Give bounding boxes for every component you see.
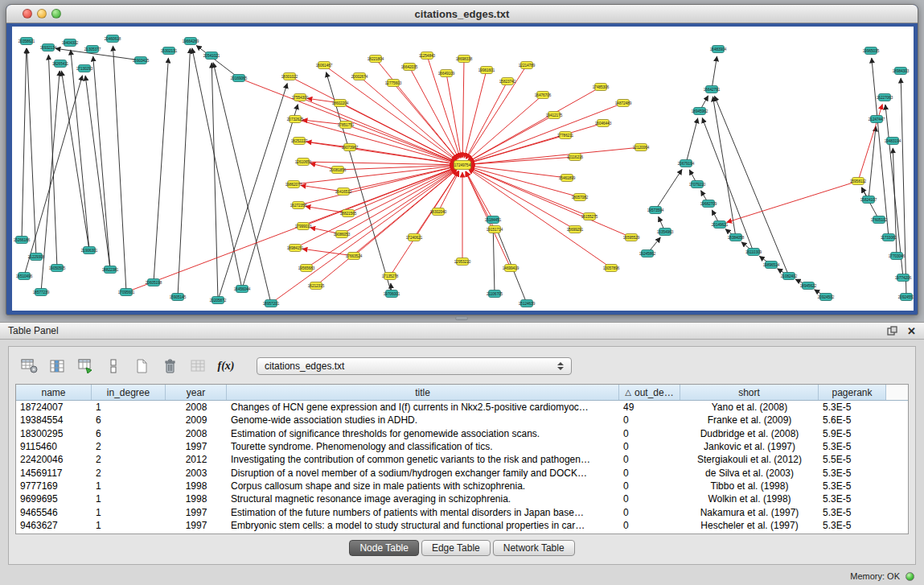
graph-node[interactable]: 16642035 [401,64,418,71]
close-panel-icon[interactable]: ✕ [907,326,916,336]
table-row[interactable]: 1456911722003Disruption of a novel membe… [16,466,908,479]
citation-network-graph[interactable]: 1724975418301022175543002073262518252227… [12,27,914,311]
graph-node[interactable]: 12775603 [385,80,402,87]
column-header-out_degree[interactable]: △out_de… [619,385,680,400]
network-window[interactable]: citations_edges.txt 17249754183010221755… [6,4,918,315]
column-header-pagerank[interactable]: pagerank [819,385,886,400]
graph-node[interactable]: 17663524 [346,253,363,260]
graph-node[interactable]: 19896514 [763,262,780,269]
zoom-window-button[interactable] [51,9,61,19]
graph-node[interactable]: 18302040 [430,208,447,216]
network-canvas[interactable]: 1724975418301022175543002073262518252227… [12,27,914,311]
graph-node[interactable]: 19565683 [298,265,315,272]
graph-node[interactable]: 16061467 [316,62,333,69]
select-columns-icon[interactable] [47,356,68,376]
graph-node[interactable]: 17079210 [689,181,706,188]
close-window-button[interactable] [23,9,32,19]
graph-node[interactable]: 15124639 [519,300,536,307]
table-row[interactable]: 1938455462009Genome-wide association stu… [16,414,908,426]
graph-node[interactable]: 19050505 [49,265,66,272]
graph-node[interactable]: 21906301 [81,247,98,254]
graph-node[interactable]: 17130293 [76,65,93,72]
graph-node[interactable]: 16456044 [234,286,251,293]
table-row[interactable]: 946554611997Estimation of the future num… [16,505,908,518]
graph-node[interactable]: 14872489 [615,100,632,107]
graph-node[interactable]: 21106705 [487,290,503,298]
graph-node[interactable]: 20679194 [678,160,695,167]
graph-node[interactable]: 21305377 [84,46,101,53]
network-window-titlebar[interactable]: citations_edges.txt [6,5,918,23]
graph-node[interactable]: 19862077 [285,181,302,188]
graph-node[interactable]: 13354963 [657,229,674,236]
graph-node[interactable]: 18821565 [340,210,357,217]
graph-node[interactable]: 19774206 [895,274,912,282]
import-table-icon[interactable] [75,356,96,376]
graph-node[interactable]: 18698338 [456,56,473,63]
graph-node[interactable]: 17249754 [454,161,471,170]
graph-node[interactable]: 14699419 [503,265,519,272]
graph-node[interactable]: 20081856 [330,167,347,174]
graph-node[interactable]: 15958112 [850,178,867,185]
graph-node[interactable]: 15699291 [567,226,584,233]
graph-node[interactable]: 18384058 [728,234,745,241]
graph-node[interactable]: 20002674 [351,73,368,80]
graph-node[interactable]: 18221804 [368,56,384,63]
table-row[interactable]: 946362711997Embryonic stem cells: a mode… [16,519,908,532]
column-header-in_degree[interactable]: in_degree [92,385,166,400]
graph-node[interactable]: 16476706 [535,92,552,99]
graph-node[interactable]: 19151714 [487,226,503,233]
graph-node[interactable]: 21229308 [28,253,45,261]
table-row[interactable]: 911546021997Tourette syndrome. Phenomeno… [16,440,908,453]
row-height-icon[interactable] [103,356,124,376]
graph-node[interactable]: 18602204 [332,100,349,107]
graph-node[interactable]: 19965035 [863,47,880,55]
graph-node[interactable]: 19412175 [546,112,563,119]
graph-node[interactable]: 15302131 [161,47,178,55]
table-row[interactable]: 969969511998Structural magnetic resonanc… [16,492,908,505]
graph-node[interactable]: 12214789 [519,62,536,69]
table-row[interactable]: 977716911998Corpus callosum shape and si… [16,480,908,492]
graph-node[interactable]: 17240621 [406,234,423,241]
graph-node[interactable]: 16212315 [308,282,325,290]
minimize-window-button[interactable] [37,9,47,19]
table-row[interactable]: 1872400712008Changes of HCN gene express… [16,401,908,414]
graph-node[interactable]: 15184451 [485,216,502,224]
graph-node[interactable]: 11733061 [881,234,897,241]
graph-node[interactable]: 16595529 [623,234,640,241]
graph-node[interactable]: 19664269 [183,38,199,45]
graph-node[interactable]: 17485306 [593,84,610,91]
graph-node[interactable]: 19483194 [885,138,901,145]
tab-node-table[interactable]: Node Table [349,540,419,556]
graph-node[interactable]: 19961601 [478,67,495,74]
column-header-year[interactable]: year [166,385,227,400]
graph-node[interactable]: 17554300 [292,94,309,101]
column-header-name[interactable]: name [16,385,92,400]
new-table-icon[interactable] [131,356,152,376]
graph-node[interactable]: 15823742 [499,78,516,85]
graph-node[interactable]: 15266186 [14,237,31,244]
function-builder-icon[interactable]: f(x) [216,356,236,376]
graph-node[interactable]: 20149621 [712,221,729,229]
graph-node[interactable]: 20605198 [146,279,162,286]
graph-node[interactable]: 16272358 [290,202,307,209]
graph-node[interactable]: 16110309 [745,249,762,256]
graph-node[interactable]: 20169065 [231,75,248,82]
graph-node[interactable]: 17605102 [871,216,888,224]
graph-node[interactable]: 20460618 [105,35,121,43]
graph-node[interactable]: 15824107 [860,196,877,204]
graph-node[interactable]: 16510496 [16,273,33,280]
graph-node[interactable]: 16649109 [438,70,455,77]
graph-node[interactable]: 17095601 [118,289,135,296]
graph-node[interactable]: 15461899 [559,175,576,182]
graph-node[interactable]: 18822381 [102,266,119,274]
graph-node[interactable]: 18984151 [287,245,304,252]
tab-edge-table[interactable]: Edge Table [421,540,491,556]
splitter-handle[interactable] [455,316,468,320]
graph-node[interactable]: 16227063 [877,94,893,101]
table-row[interactable]: 1830029562008Estimation of significance … [16,427,908,440]
graph-node[interactable]: 20358621 [18,38,35,45]
graph-node[interactable]: 11254843 [419,52,436,60]
graph-node[interactable]: 18265411 [52,60,69,68]
column-header-short[interactable]: short [680,385,819,400]
delete-table-icon[interactable] [159,356,180,376]
